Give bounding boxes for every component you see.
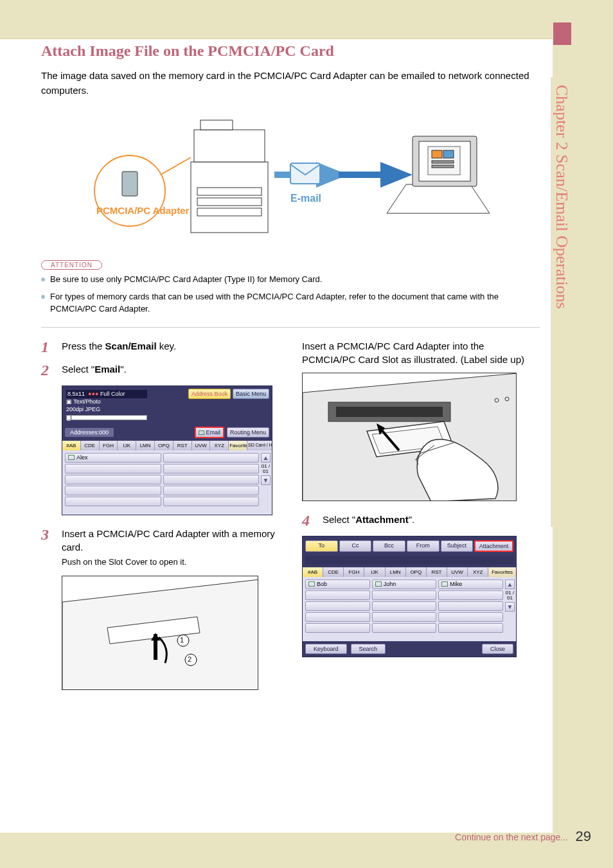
contact-entry-empty[interactable]: [305, 590, 370, 600]
contact-entry-empty[interactable]: [65, 497, 161, 506]
contact-entry-empty[interactable]: [438, 623, 503, 633]
to-field-button[interactable]: To: [305, 540, 338, 552]
email-button[interactable]: Email: [195, 427, 224, 438]
contact-entry-empty[interactable]: [305, 612, 370, 622]
from-field-button[interactable]: From: [407, 540, 440, 552]
alpha-tab[interactable]: CDE: [81, 441, 100, 450]
alpha-tab[interactable]: XYZ: [468, 567, 488, 577]
subject-field-button[interactable]: Subject: [441, 540, 474, 552]
workflow-diagram: PCMCIA/PC Adapter E-mail: [85, 111, 496, 239]
step-text: Insert a PCMCIA/PC Card Adapter with a m…: [62, 527, 279, 568]
svg-rect-4: [197, 188, 262, 195]
contact-entry-empty[interactable]: [372, 590, 437, 600]
contact-entry[interactable]: Alex: [65, 453, 161, 463]
alpha-tab[interactable]: OPQ: [155, 441, 173, 450]
contact-entry-empty[interactable]: [65, 464, 161, 474]
contact-entry-empty[interactable]: [65, 475, 161, 484]
step-3-continuation: Insert a PCMCIA/PC Card Adapter into the…: [302, 339, 540, 366]
alpha-tab[interactable]: #AB: [303, 567, 323, 577]
contact-entry-empty[interactable]: [163, 475, 260, 484]
step-text: Select "Attachment".: [323, 513, 414, 528]
keyboard-button[interactable]: Keyboard: [305, 644, 347, 654]
contact-entry-empty[interactable]: [163, 464, 260, 474]
two-column-layout: 1 Press the Scan/Email key. 2 Select "Em…: [41, 339, 540, 702]
step-text: Press the Scan/Email key.: [62, 339, 176, 355]
right-column: Insert a PCMCIA/PC Card Adapter into the…: [302, 339, 540, 702]
step-text: Select "Email".: [62, 362, 127, 378]
contact-entry-empty[interactable]: [438, 590, 503, 600]
contact-entry-empty[interactable]: [372, 623, 437, 633]
alpha-tab[interactable]: OPQ: [406, 567, 427, 577]
sd-hdd-tab[interactable]: SD Card / Hard Drive: [247, 441, 272, 450]
contact-entry-empty[interactable]: [438, 612, 503, 622]
email-icon: [68, 455, 75, 460]
alpha-tabs: #AB CDE FGH IJK LMN OPQ RST UVW XYZ Favo…: [303, 567, 516, 577]
scroll-up-icon[interactable]: ▲: [505, 580, 515, 589]
step-3: 3 Insert a PCMCIA/PC Card Adapter with a…: [41, 527, 279, 568]
svg-rect-8: [200, 120, 233, 130]
adapter-label: PCMCIA/PC Adapter: [96, 206, 189, 217]
favorites-tab[interactable]: Favorites: [229, 441, 247, 450]
contact-entry[interactable]: Bob: [305, 580, 370, 589]
svg-rect-7: [194, 130, 265, 162]
callout-marker: 2: [188, 655, 191, 663]
alpha-tab[interactable]: FGH: [100, 441, 118, 450]
contact-entry-empty[interactable]: [65, 486, 161, 495]
search-button[interactable]: Search: [351, 644, 386, 654]
contact-entry-empty[interactable]: [372, 612, 437, 622]
alpha-tab[interactable]: IJK: [118, 441, 136, 450]
attention-badge: ATTENTION: [41, 260, 102, 270]
basic-menu-button[interactable]: Basic Menu: [233, 389, 269, 399]
attention-item: Be sure to use only PCMCIA/PC Card Adapt…: [41, 274, 540, 286]
alpha-tab[interactable]: RST: [173, 441, 192, 450]
chapter-side-label: Chapter 2 Scan/Email Operations: [551, 77, 571, 527]
alpha-tab[interactable]: UVW: [192, 441, 211, 450]
cc-field-button[interactable]: Cc: [339, 540, 372, 552]
email-icon: [441, 581, 448, 587]
close-button[interactable]: Close: [482, 644, 513, 654]
scroll-down-icon[interactable]: ▼: [505, 602, 515, 612]
scroll-down-icon[interactable]: ▼: [261, 475, 271, 485]
page-counter: 01 / 01: [261, 464, 271, 474]
email-icon: [308, 581, 315, 587]
contact-entry-empty[interactable]: [163, 486, 260, 495]
contact-entry[interactable]: Mike: [438, 580, 503, 589]
routing-menu-button[interactable]: Routing Menu: [227, 427, 269, 438]
contact-entry-empty[interactable]: [438, 601, 503, 611]
svg-rect-6: [197, 208, 262, 216]
alpha-tab[interactable]: CDE: [323, 567, 344, 577]
svg-rect-3: [191, 162, 268, 233]
favorites-tab[interactable]: Favorites: [488, 567, 516, 577]
step-subtext: Push on the Slot Cover to open it.: [62, 556, 279, 568]
touchscreen-email-select: 8.5x11 ●●● Full Color ▣ Text/Photo 200dp…: [62, 385, 272, 515]
contact-entry-empty[interactable]: [163, 453, 260, 463]
contact-entry[interactable]: John: [372, 580, 437, 589]
bcc-field-button[interactable]: Bcc: [373, 540, 405, 552]
alpha-tab[interactable]: LMN: [136, 441, 155, 450]
page-number: 29: [576, 828, 591, 845]
continue-note: Continue on the next page...: [455, 832, 568, 842]
section-title: Attach Image File on the PCMCIA/PC Card: [41, 42, 540, 60]
scroll-up-icon[interactable]: ▲: [261, 453, 271, 463]
alpha-tab[interactable]: LMN: [386, 567, 406, 577]
alpha-tab[interactable]: IJK: [364, 567, 385, 577]
callout-marker: 1: [180, 636, 184, 644]
card-insert-illustration: [302, 373, 517, 501]
step-number: 3: [41, 527, 54, 568]
attachment-field-button[interactable]: Attachment: [474, 540, 513, 552]
alpha-tab[interactable]: XYZ: [210, 441, 229, 450]
alpha-tab[interactable]: #AB: [62, 441, 81, 450]
contact-entry-empty[interactable]: [372, 601, 437, 611]
attention-list: Be sure to use only PCMCIA/PC Card Adapt…: [41, 274, 540, 315]
email-flow-label: E-mail: [290, 193, 321, 204]
contact-entry-empty[interactable]: [305, 601, 370, 611]
alpha-tab[interactable]: RST: [427, 567, 447, 577]
svg-rect-1: [122, 172, 138, 196]
svg-rect-20: [336, 407, 443, 417]
alpha-tab[interactable]: FGH: [344, 567, 364, 577]
contact-entry-empty[interactable]: [163, 497, 260, 506]
attention-item: For types of memory cards that can be us…: [41, 291, 540, 315]
alpha-tab[interactable]: UVW: [447, 567, 468, 577]
address-book-button[interactable]: Address Book: [188, 389, 231, 399]
contact-entry-empty[interactable]: [305, 623, 370, 633]
